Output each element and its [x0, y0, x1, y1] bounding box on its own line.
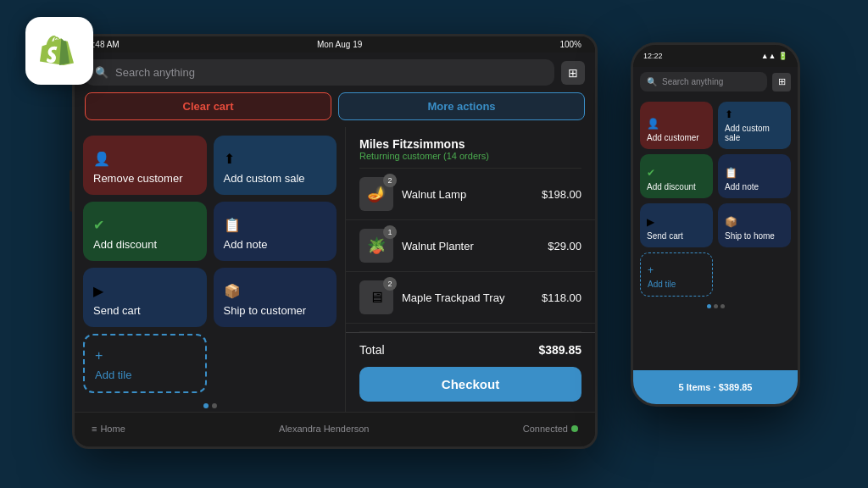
item-name: Maple Trackpad Tray: [402, 291, 533, 304]
shopify-logo: [25, 17, 93, 85]
send-cart-icon: ▶: [93, 283, 197, 299]
phone-dot-1: [707, 304, 711, 308]
total-amount: $389.85: [538, 343, 581, 357]
tablet-main-layout: 👤 Remove customer ⬆ Add custom sale ✔ Ad…: [75, 127, 595, 412]
phone-tile-add-new[interactable]: + Add tile: [640, 252, 713, 297]
add-discount-icon: ✔: [93, 217, 197, 233]
add-discount-label: Add discount: [93, 238, 197, 251]
add-custom-sale-label: Add custom sale: [224, 172, 327, 185]
discount-label: Add discount: [647, 182, 706, 191]
add-tile-label: Add tile: [648, 280, 705, 289]
send-cart-label: Send cart: [93, 304, 197, 317]
total-label: Total: [359, 343, 385, 357]
phone-grid-row-2: ✔ Add discount 📋 Add note: [640, 154, 791, 198]
tablet-scan-icon[interactable]: ⊞: [561, 61, 585, 85]
phone-status-bar: 12:22 ▲▲ 🔋: [633, 45, 798, 67]
remove-customer-icon: 👤: [93, 151, 197, 167]
cart-item: 🪔 2 Walnut Lamp $198.00: [346, 169, 595, 220]
add-note-label: Add note: [224, 238, 327, 251]
add-tile-icon: +: [648, 264, 705, 276]
ship-label: Ship to customer: [224, 304, 327, 317]
phone-search-icon: 🔍: [647, 77, 657, 86]
tablet-grid-row-1: 👤 Remove customer ⬆ Add custom sale: [83, 136, 337, 195]
phone-search-placeholder: Search anything: [662, 77, 723, 86]
phone-tile-note[interactable]: 📋 Add note: [718, 154, 791, 198]
tile-add-note[interactable]: 📋 Add note: [214, 202, 337, 261]
cart-customer-info: Miles Fitzsimmons Returning customer (14…: [346, 127, 595, 168]
phone-signal: ▲▲ 🔋: [761, 52, 787, 60]
home-label: Home: [100, 424, 125, 434]
note-icon: 📋: [725, 167, 784, 179]
phone-tile-custom-sale[interactable]: ⬆ Add custom sale: [718, 102, 791, 149]
item-name: Walnut Lamp: [402, 188, 533, 201]
phone-search-bar[interactable]: 🔍 Search anything: [640, 72, 767, 92]
bottom-bar-user: Alexandra Henderson: [279, 424, 369, 434]
remove-customer-label: Remove customer: [93, 172, 197, 185]
tile-add-discount[interactable]: ✔ Add discount: [83, 202, 207, 261]
cart-item: 🪴 1 Walnut Planter $29.00: [346, 220, 595, 272]
connected-label: Connected: [523, 424, 568, 434]
item-price: $198.00: [542, 188, 581, 201]
dot-2: [212, 403, 217, 408]
cart-item: 🖥 2 Maple Trackpad Tray $118.00: [346, 272, 595, 324]
connection-status: Connected: [523, 424, 578, 434]
phone-cart-bar[interactable]: 5 Items · $389.85: [633, 370, 798, 404]
phone-grid-row-3: ▶ Send cart 📦 Ship to home: [640, 203, 791, 247]
connected-indicator: [571, 425, 578, 432]
tablet-search-row: 🔍 Search anything ⊞: [75, 53, 595, 92]
add-customer-icon: 👤: [647, 118, 706, 130]
more-actions-button[interactable]: More actions: [338, 92, 585, 120]
tile-add-custom-sale[interactable]: ⬆ Add custom sale: [214, 136, 337, 195]
tablet-page-dots: [83, 400, 337, 412]
item-image: 🖥 2: [359, 280, 393, 314]
note-label: Add note: [725, 182, 784, 191]
phone-scan-icon[interactable]: ⊞: [772, 73, 791, 92]
ship-label: Ship to home: [725, 231, 784, 241]
send-cart-icon: ▶: [647, 216, 706, 228]
item-image: 🪴 1: [359, 229, 393, 263]
phone-grid-panel: 👤 Add customer ⬆ Add custom sale ✔ Add d…: [633, 97, 798, 370]
tile-add-new[interactable]: + Add tile: [83, 334, 207, 393]
tablet-grid-panel: 👤 Remove customer ⬆ Add custom sale ✔ Ad…: [75, 127, 346, 412]
phone-dot-2: [714, 304, 718, 308]
send-cart-label: Send cart: [647, 231, 706, 241]
item-image: 🪔 2: [359, 177, 393, 211]
add-tile-label: Add tile: [95, 369, 195, 381]
phone-tile-add-customer[interactable]: 👤 Add customer: [640, 102, 713, 149]
tile-ship-to-customer[interactable]: 📦 Ship to customer: [214, 268, 337, 327]
add-custom-sale-icon: ⬆: [224, 151, 327, 167]
phone-grid-row-1: 👤 Add customer ⬆ Add custom sale: [640, 102, 791, 149]
tablet-content: 🔍 Search anything ⊞ Clear cart More acti…: [75, 53, 595, 412]
tablet-action-buttons: Clear cart More actions: [75, 92, 595, 127]
add-customer-label: Add customer: [647, 133, 706, 142]
phone-tile-send-cart[interactable]: ▶ Send cart: [640, 203, 713, 247]
item-price: $29.00: [548, 240, 581, 252]
item-qty: 1: [383, 225, 397, 239]
phone-tile-ship[interactable]: 📦 Ship to home: [718, 203, 791, 247]
tablet-search-bar[interactable]: 🔍 Search anything: [85, 59, 554, 86]
tablet-search-placeholder: Search anything: [115, 66, 195, 79]
tile-remove-customer[interactable]: 👤 Remove customer: [83, 136, 207, 195]
phone-page-dots: [640, 302, 791, 311]
phone-nav-bar: ≡ Home Alexandra H.: [633, 404, 798, 407]
tablet-grid-row-3: ▶ Send cart 📦 Ship to customer: [83, 268, 337, 327]
custom-sale-label: Add custom sale: [725, 124, 784, 142]
tablet-bottom-bar: ≡ Home Alexandra Henderson Connected: [75, 412, 595, 444]
phone-tile-discount[interactable]: ✔ Add discount: [640, 154, 713, 198]
ship-icon: 📦: [725, 216, 784, 228]
checkout-button[interactable]: Checkout: [359, 367, 581, 402]
home-menu-icon: ≡: [92, 424, 97, 434]
customer-name: Miles Fitzsimmons: [359, 137, 581, 151]
dot-1: [203, 403, 209, 408]
tablet-status-bar: 9:48 AM Mon Aug 19 100%: [75, 36, 595, 53]
clear-cart-button[interactable]: Clear cart: [85, 92, 331, 120]
item-name: Walnut Planter: [402, 240, 539, 252]
item-price: $118.00: [542, 291, 581, 304]
phone-device: 12:22 ▲▲ 🔋 🔍 Search anything ⊞ 👤 Add cus…: [631, 42, 800, 407]
tablet-device: 9:48 AM Mon Aug 19 100% 🔍 Search anythin…: [72, 34, 598, 449]
home-nav[interactable]: ≡ Home: [92, 424, 125, 434]
tile-send-cart[interactable]: ▶ Send cart: [83, 268, 207, 327]
ship-icon: 📦: [224, 283, 327, 299]
search-icon: 🔍: [95, 66, 108, 79]
phone-content: 🔍 Search anything ⊞ 👤 Add customer ⬆ Add…: [633, 67, 798, 370]
